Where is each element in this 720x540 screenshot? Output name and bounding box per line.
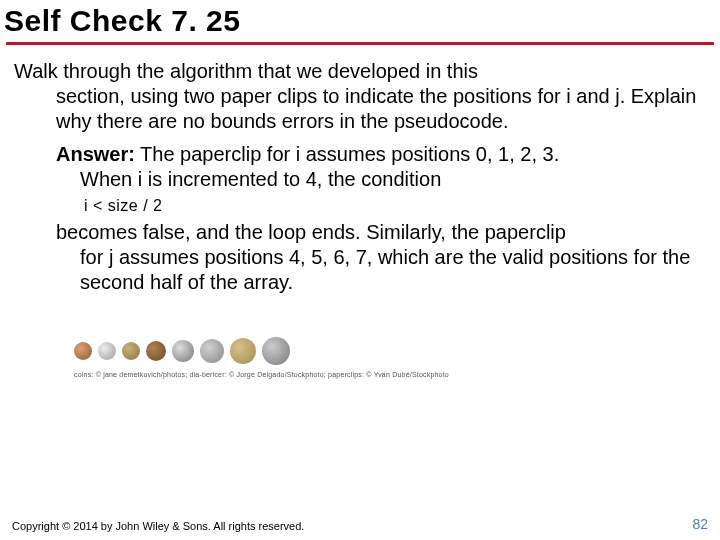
answer-line1-rest: The paperclip for i assumes positions 0,…	[135, 143, 559, 165]
question-rest: section, using two paper clips to indica…	[14, 84, 706, 134]
page-number: 82	[692, 516, 708, 532]
coin-icon	[172, 340, 194, 362]
coin-icon	[122, 342, 140, 360]
image-credits: coins: © jane demetkovich/photos; dia-be…	[14, 371, 706, 380]
answer-line1: Answer: The paperclip for i assumes posi…	[56, 142, 706, 167]
answer-continued: becomes false, and the loop ends. Simila…	[56, 220, 706, 295]
coin-icon	[230, 338, 256, 364]
footer: Copyright © 2014 by John Wiley & Sons. A…	[0, 516, 720, 532]
coins-image	[14, 337, 706, 365]
answer-cont-line1: becomes false, and the loop ends. Simila…	[56, 221, 566, 243]
question-line1: Walk through the algorithm that we devel…	[14, 60, 478, 82]
answer-line2: When i is incremented to 4, the conditio…	[56, 167, 706, 192]
code-condition: i < size / 2	[56, 196, 706, 216]
slide-body: Walk through the algorithm that we devel…	[0, 45, 720, 380]
answer-cont-rest: for j assumes positions 4, 5, 6, 7, whic…	[56, 245, 706, 295]
answer-label: Answer:	[56, 143, 135, 165]
copyright-text: Copyright © 2014 by John Wiley & Sons. A…	[12, 520, 304, 532]
coin-icon	[74, 342, 92, 360]
coin-icon	[200, 339, 224, 363]
coin-icon	[98, 342, 116, 360]
slide-title: Self Check 7. 25	[4, 4, 716, 42]
answer-block: Answer: The paperclip for i assumes posi…	[14, 142, 706, 295]
coin-icon	[262, 337, 290, 365]
question-text: Walk through the algorithm that we devel…	[14, 59, 706, 134]
coin-icon	[146, 341, 166, 361]
